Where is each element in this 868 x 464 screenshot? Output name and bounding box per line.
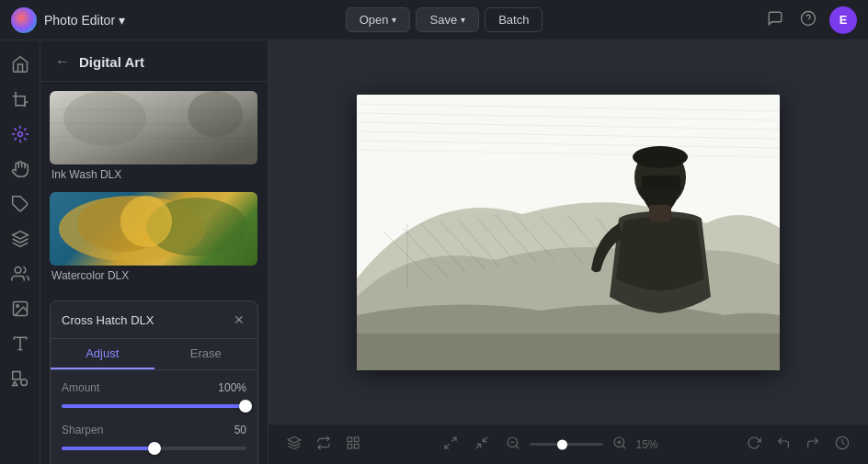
undo-icon-button[interactable]: [772, 432, 794, 457]
canvas-area: 15%: [268, 40, 868, 464]
bottom-toolbar-center: 15%: [440, 432, 668, 457]
svg-line-64: [516, 446, 519, 448]
back-button[interactable]: ←: [53, 51, 72, 72]
svg-rect-56: [354, 437, 359, 442]
toolbar-image-icon[interactable]: [4, 292, 37, 325]
header-right: E: [763, 6, 857, 34]
filter-item-inkwash[interactable]: Ink Wash DLX: [50, 91, 258, 187]
open-button[interactable]: Open ▾: [346, 7, 411, 32]
main-layout: ← Digital Art Ink Wash DLX: [0, 40, 868, 464]
svg-point-20: [120, 196, 172, 247]
tab-adjust-label: Adjust: [86, 346, 119, 360]
sidebar: ← Digital Art Ink Wash DLX: [40, 40, 268, 464]
svg-point-0: [801, 11, 815, 25]
history-icon-button[interactable]: [831, 432, 853, 457]
svg-rect-52: [649, 205, 671, 221]
svg-point-16: [63, 91, 146, 146]
svg-point-53: [633, 146, 688, 168]
svg-line-62: [476, 444, 481, 448]
header-center: Open ▾ Save ▾ Batch: [346, 7, 543, 32]
bottom-toolbar-left: [283, 432, 364, 457]
toolbar-shapes-icon[interactable]: [4, 362, 37, 395]
save-chevron-icon: ▾: [461, 15, 465, 25]
refresh-icon-button[interactable]: [743, 432, 765, 457]
toolbar-tag-icon[interactable]: [4, 187, 37, 221]
header: Photo Editor ▾ Open ▾ Save ▾ Batch E: [0, 0, 868, 40]
filter-thumb-watercolor: [50, 192, 257, 266]
zoom-percentage: 15%: [636, 438, 668, 451]
tab-erase-label: Erase: [190, 346, 222, 360]
amount-label-row: Amount 100%: [62, 381, 246, 394]
sidebar-header: ← Digital Art: [40, 40, 268, 82]
app-title-btn[interactable]: Photo Editor ▾: [44, 13, 125, 28]
zoom-slider-track[interactable]: [530, 443, 603, 446]
redo-icon-button[interactable]: [802, 432, 824, 457]
chat-icon-button[interactable]: [763, 6, 787, 34]
svg-line-67: [622, 446, 625, 448]
batch-label: Batch: [498, 13, 529, 27]
svg-marker-4: [12, 232, 28, 239]
crosshatch-panel: Cross Hatch DLX ✕ Adjust Erase Amount: [50, 300, 258, 464]
zoom-out-button[interactable]: [502, 432, 524, 457]
amount-slider-row: Amount 100%: [62, 381, 246, 414]
panel-tabs: Adjust Erase: [51, 339, 257, 370]
bottom-toolbar-right: [743, 432, 853, 457]
svg-line-60: [445, 444, 450, 448]
open-chevron-icon: ▾: [392, 15, 396, 25]
fit-icon-button[interactable]: [471, 432, 493, 457]
toolbar-crop-icon[interactable]: [4, 83, 37, 116]
amount-label: Amount: [62, 381, 99, 394]
tab-adjust[interactable]: Adjust: [51, 339, 154, 369]
sharpen-value: 50: [234, 424, 246, 436]
toolbar-layers-icon[interactable]: [4, 222, 37, 255]
sharpen-label: Sharpen: [62, 424, 103, 436]
photo-frame: [357, 95, 780, 370]
svg-line-61: [483, 437, 487, 442]
toolbar-home-icon[interactable]: [4, 48, 37, 81]
svg-point-2: [17, 132, 22, 137]
amount-value: 100%: [218, 381, 246, 394]
fullscreen-icon-button[interactable]: [440, 432, 462, 457]
toolbar-text-icon[interactable]: [4, 327, 37, 360]
toolbar-effects-icon[interactable]: [4, 118, 37, 151]
panel-title: Cross Hatch DLX: [62, 313, 154, 327]
zoom-in-button[interactable]: [609, 432, 631, 457]
swap-icon-button[interactable]: [313, 432, 335, 457]
header-left: Photo Editor ▾: [11, 7, 125, 33]
svg-point-5: [15, 267, 21, 274]
svg-line-59: [451, 437, 456, 442]
panel-header: Cross Hatch DLX ✕: [51, 301, 257, 339]
app-logo: [11, 7, 37, 33]
sharpen-label-row: Sharpen 50: [62, 424, 246, 436]
toolbar-people-icon[interactable]: [4, 257, 37, 290]
svg-point-7: [16, 305, 17, 308]
filter-item-watercolor[interactable]: Watercolor DLX: [50, 192, 258, 288]
tab-erase[interactable]: Erase: [154, 339, 258, 369]
panel-close-button[interactable]: ✕: [232, 311, 246, 329]
avatar-letter: E: [839, 13, 848, 27]
batch-button[interactable]: Batch: [485, 7, 542, 32]
chevron-down-icon: ▾: [119, 13, 125, 28]
canvas-viewport: [268, 40, 868, 424]
grid-icon-button[interactable]: [342, 432, 364, 457]
zoom-slider-thumb: [557, 439, 567, 449]
toolbar-touch-icon[interactable]: [4, 153, 37, 186]
svg-point-10: [20, 379, 27, 386]
svg-rect-58: [354, 444, 359, 448]
svg-marker-54: [288, 436, 300, 443]
bottom-toolbar: 15%: [268, 424, 868, 464]
svg-rect-57: [348, 444, 352, 448]
app-title-text: Photo Editor: [44, 13, 115, 28]
svg-rect-11: [12, 372, 19, 379]
left-toolbar: [0, 40, 40, 464]
save-label: Save: [429, 13, 457, 27]
filter-name-watercolor: Watercolor DLX: [50, 266, 258, 288]
help-icon-button[interactable]: [796, 6, 820, 34]
filter-name-inkwash: Ink Wash DLX: [50, 164, 258, 187]
layers-icon-button[interactable]: [283, 432, 305, 457]
save-button[interactable]: Save ▾: [416, 7, 479, 32]
filter-thumb-inkwash: [50, 91, 257, 164]
sharpen-slider-row: Sharpen 50: [62, 424, 246, 457]
user-avatar[interactable]: E: [829, 6, 857, 34]
close-icon: ✕: [234, 312, 245, 327]
